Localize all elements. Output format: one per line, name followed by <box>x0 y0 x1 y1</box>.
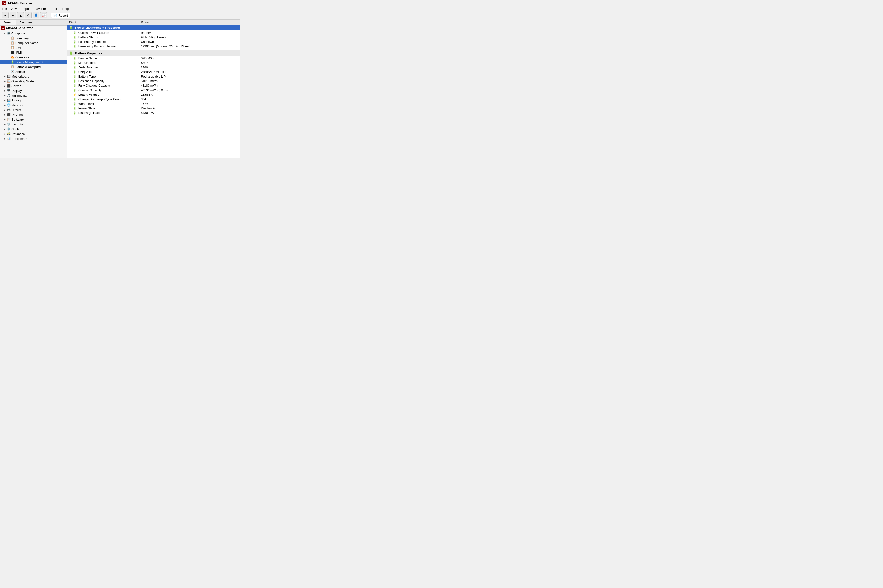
label-computer: Computer <box>12 32 25 35</box>
table-row: 🔋 Fully Charged Capacity 43180 mWh <box>67 83 239 88</box>
sidebar-item-power-management[interactable]: 🔋 Power Management <box>0 60 67 64</box>
sidebar-item-benchmark[interactable]: ► 📊 Benchmark <box>0 136 67 141</box>
sidebar-item-devices[interactable]: ► ⬛ Devices <box>0 112 67 117</box>
menu-tools[interactable]: Tools <box>51 7 58 10</box>
sidebar-item-overclock[interactable]: 🔥 Overclock <box>0 55 67 60</box>
green-icon: 🔋 <box>73 40 77 44</box>
field-fully-charged-capacity: 🔋 Fully Charged Capacity <box>67 83 139 88</box>
field-device-name: 🔋 Device Name <box>67 56 139 60</box>
sidebar-item-summary[interactable]: 📋 Summary <box>0 36 67 40</box>
field-serial-number: 🔋 Serial Number <box>67 65 139 70</box>
field-remaining-battery-lifetime: 🔋 Remaining Battery Lifetime <box>67 44 139 49</box>
chart-button[interactable]: 📈 <box>40 12 47 18</box>
label-summary: Summary <box>15 36 29 40</box>
green-icon: 🔋 <box>73 75 77 78</box>
value-current-capacity: 40190 mWh (93 %) <box>139 88 239 92</box>
sidebar-item-computer[interactable]: ▼ 💻 Computer <box>0 31 67 36</box>
sidebar-item-database[interactable]: ► 🗃️ Database <box>0 131 67 136</box>
icon-benchmark: 📊 <box>7 136 11 141</box>
section-icon-pm: 🔋 <box>69 26 73 29</box>
sidebar-item-display[interactable]: ► 🖥️ Display <box>0 88 67 93</box>
sidebar-item-security[interactable]: ► 🛡️ Security <box>0 122 67 127</box>
icon-software: 📋 <box>7 117 11 122</box>
sidebar-tabs: Menu Favorites <box>0 20 67 26</box>
value-power-state: Discharging <box>139 106 239 111</box>
green-icon: 🔋 <box>73 98 77 101</box>
sidebar-item-storage[interactable]: ► 💾 Storage <box>0 98 67 103</box>
menu-help[interactable]: Help <box>62 7 69 10</box>
menu-favorites[interactable]: Favorites <box>35 7 47 10</box>
value-discharge-rate: 5430 mW <box>139 111 239 115</box>
sidebar-item-portable-computer[interactable]: 📋 Portable Computer <box>0 64 67 69</box>
field-discharge-rate: 🔋 Discharge Rate <box>67 111 139 115</box>
label-multimedia: Multimedia <box>12 94 27 98</box>
label-storage: Storage <box>12 99 23 102</box>
table-row: 🔋 Power State Discharging <box>67 106 239 111</box>
report-label: Report <box>59 14 68 17</box>
aida-version-label: AIDA64 v6.33.5700 <box>6 27 33 30</box>
tab-favorites[interactable]: Favorites <box>16 20 36 26</box>
section-title-bp: Battery Properties <box>75 51 102 55</box>
label-security: Security <box>12 123 23 126</box>
field-current-capacity: 🔋 Current Capacity <box>67 88 139 92</box>
back-button[interactable]: ◄ <box>2 12 9 18</box>
value-cycle-count: 304 <box>139 97 239 102</box>
table-row: 🔋 Battery Status 93 % (High Level) <box>67 35 239 39</box>
sidebar-item-computer-name[interactable]: 📋 Computer Name <box>0 40 67 45</box>
sidebar-item-ipmi[interactable]: IPMI <box>0 50 67 55</box>
menu-file[interactable]: File <box>2 7 7 10</box>
label-database: Database <box>12 132 25 136</box>
main-container: Menu Favorites 64 AIDA64 v6.33.5700 ▼ 💻 … <box>0 20 239 158</box>
field-battery-status: 🔋 Battery Status <box>67 35 139 39</box>
content-area: Field Value 🔋 Power Management Propertie… <box>67 20 239 158</box>
sidebar-item-motherboard[interactable]: ► 🔲 Motherboard <box>0 74 67 79</box>
report-button[interactable]: 📄 Report <box>51 13 70 18</box>
green-icon: 🔋 <box>73 111 77 115</box>
sidebar-item-config[interactable]: ► ⚙️ Config <box>0 127 67 131</box>
icon-database: 🗃️ <box>7 132 11 136</box>
menu-view[interactable]: View <box>11 7 18 10</box>
sidebar-item-sensor[interactable]: 🕐 Sensor <box>0 69 67 74</box>
icon-ipmi <box>11 51 14 54</box>
toolbar: ◄ ► ▲ ↺ 👤 📈 📄 Report <box>0 11 239 20</box>
value-current-power-source: Battery <box>139 30 239 35</box>
icon-directx: 🎮 <box>7 108 11 112</box>
up-button[interactable]: ▲ <box>17 12 24 18</box>
sidebar-item-software[interactable]: ► 📋 Software <box>0 117 67 122</box>
section-header-power-management[interactable]: 🔋 Power Management Properties <box>67 25 239 30</box>
green-icon: 🔋 <box>73 31 77 34</box>
green-icon: 🔋 <box>73 45 77 48</box>
profile-button[interactable]: 👤 <box>33 12 39 18</box>
label-devices: Devices <box>12 113 23 117</box>
table-row: 🔋 Battery Type Rechargeable LiP <box>67 74 239 79</box>
app-title: AIDA64 Extreme <box>8 2 32 5</box>
field-power-state: 🔋 Power State <box>67 106 139 111</box>
table-row: 🔋 Manufacturer SMP <box>67 60 239 65</box>
refresh-button[interactable]: ↺ <box>25 12 32 18</box>
label-sensor: Sensor <box>15 70 25 74</box>
sidebar-item-multimedia[interactable]: ► 🎵 Multimedia <box>0 93 67 98</box>
sidebar-item-dmi[interactable]: 📋 DMI <box>0 45 67 50</box>
label-network: Network <box>12 104 23 107</box>
green-icon: 🔋 <box>73 36 77 39</box>
sidebar-item-directx[interactable]: ► 🎮 DirectX <box>0 108 67 112</box>
green-icon: 🔋 <box>73 84 77 87</box>
field-unique-id: 🔋 Unique ID <box>67 70 139 74</box>
sidebar-item-operating-system[interactable]: ► 🪟 Operating System <box>0 79 67 84</box>
icon-display: 🖥️ <box>7 89 11 93</box>
icon-portable-computer: 📋 <box>11 65 14 69</box>
value-designed-capacity: 51010 mWh <box>139 79 239 83</box>
green-icon: 🔋 <box>73 66 77 69</box>
section-header-battery-properties[interactable]: 🔋 Battery Properties <box>67 51 239 56</box>
label-portable-computer: Portable Computer <box>15 65 41 69</box>
aida-icon: 64 <box>1 26 5 30</box>
table-row: 🔋 Designed Capacity 51010 mWh <box>67 79 239 83</box>
toolbar-separator <box>49 12 49 18</box>
sidebar-item-network[interactable]: ► 🌐 Network <box>0 103 67 108</box>
tab-menu[interactable]: Menu <box>0 20 16 26</box>
forward-button[interactable]: ► <box>10 12 16 18</box>
section-title-pm: Power Management Properties <box>75 26 121 29</box>
menu-report[interactable]: Report <box>21 7 31 10</box>
label-dmi: DMI <box>15 46 21 50</box>
sidebar-item-server[interactable]: ► ⬛ Server <box>0 84 67 88</box>
